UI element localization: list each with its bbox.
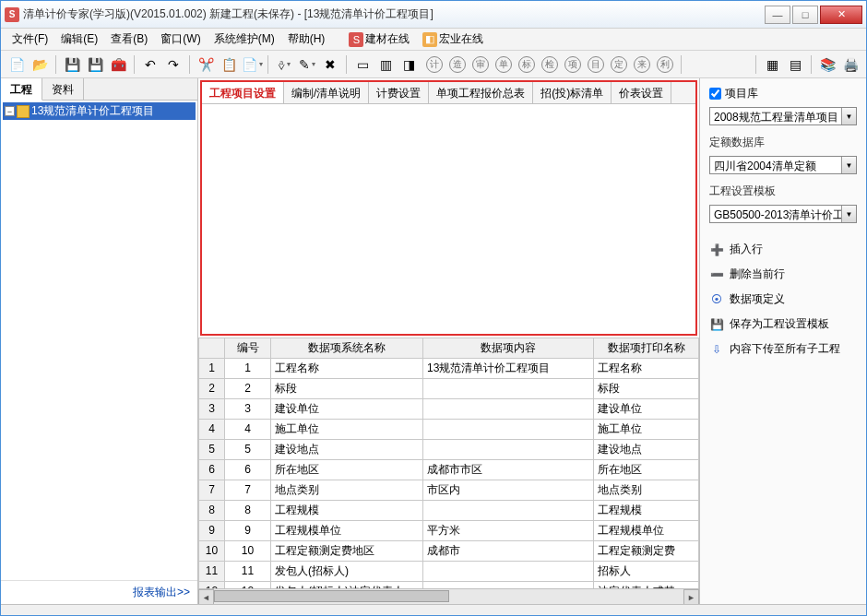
circle-btn-4[interactable]: 标 (517, 54, 537, 75)
menu-edit[interactable]: 编辑(E) (55, 30, 103, 49)
cell-printname[interactable]: 工程规模单位 (594, 520, 699, 540)
undo-icon[interactable]: ↶ (140, 54, 160, 75)
cell-seq[interactable]: 2 (225, 378, 271, 398)
table-row[interactable]: 2 2 标段 标段 (199, 378, 699, 398)
project-lib-combo[interactable]: 2008规范工程量清单项目▼ (709, 107, 857, 125)
cell-content[interactable]: 13规范清单计价工程项目 (423, 358, 594, 378)
cell-printname[interactable]: 地点类别 (594, 480, 699, 500)
redo-icon[interactable]: ↷ (163, 54, 184, 75)
cell-printname[interactable]: 标段 (594, 378, 699, 398)
savepkg-icon[interactable]: 🧰 (108, 54, 128, 75)
cell-sysname[interactable]: 工程定额测定费地区 (271, 540, 423, 561)
cell-sysname[interactable]: 工程规模单位 (271, 520, 423, 540)
cell-sysname[interactable]: 所在地区 (271, 459, 423, 480)
tab-compile-desc[interactable]: 编制/清单说明 (284, 82, 369, 103)
cell-seq[interactable]: 6 (225, 459, 271, 480)
cell-seq[interactable]: 4 (225, 419, 271, 439)
panel3-icon[interactable]: ◨ (398, 54, 419, 75)
print-icon[interactable]: 🖨️ (840, 54, 861, 75)
cell-sysname[interactable]: 建设单位 (271, 398, 423, 419)
cell-seq[interactable]: 11 (225, 561, 271, 581)
cell-sysname[interactable]: 工程名称 (271, 358, 423, 378)
table-row[interactable]: 3 3 建设单位 建设单位 (199, 398, 699, 419)
new-icon[interactable]: 📄 (6, 54, 27, 75)
cell-content[interactable]: 成都市 (423, 540, 594, 561)
cell-content[interactable] (423, 378, 594, 398)
table-row[interactable]: 12 12 发包人(招标人)法定代表人 法定代表人或其 (199, 581, 699, 588)
tab-fee-setting[interactable]: 计费设置 (369, 82, 429, 103)
cell-seq[interactable]: 9 (225, 520, 271, 540)
break-icon[interactable]: ✎ (297, 54, 317, 75)
table-row[interactable]: 1 1 工程名称 13规范清单计价工程项目 工程名称 (199, 358, 699, 378)
cell-sysname[interactable]: 工程规模 (271, 500, 423, 520)
circle-btn-1[interactable]: 造 (447, 54, 468, 75)
action-propagate-children[interactable]: ⇩内容下传至所有子工程 (709, 341, 857, 357)
row-header[interactable]: 2 (199, 378, 225, 398)
action-insert-row[interactable]: ➕插入行 (709, 242, 857, 257)
link-hongye[interactable]: ◧宏业在线 (417, 30, 489, 49)
menu-view[interactable]: 查看(B) (105, 30, 153, 49)
cell-printname[interactable]: 建设地点 (594, 439, 699, 459)
row-header[interactable]: 10 (199, 540, 225, 561)
cell-printname[interactable]: 工程规模 (594, 500, 699, 520)
table-row[interactable]: 5 5 建设地点 建设地点 (199, 439, 699, 459)
row-header[interactable]: 5 (199, 439, 225, 459)
cell-content[interactable]: 成都市市区 (423, 459, 594, 480)
panel1-icon[interactable]: ▭ (352, 54, 373, 75)
circle-btn-0[interactable]: 计 (424, 54, 445, 75)
cell-content[interactable] (423, 439, 594, 459)
col-printname[interactable]: 数据项打印名称 (594, 338, 699, 358)
cell-seq[interactable]: 12 (225, 581, 271, 588)
table-row[interactable]: 11 11 发包人(招标人) 招标人 (199, 561, 699, 581)
data-grid[interactable]: 编号 数据项系统名称 数据项内容 数据项打印名称 1 1 工程名称 13规范清单… (198, 338, 699, 589)
row-header[interactable]: 11 (199, 561, 225, 581)
minimize-button[interactable]: — (765, 6, 790, 24)
insert-icon[interactable]: ⎀ (274, 54, 294, 75)
table-row[interactable]: 10 10 工程定额测定费地区 成都市 工程定额测定费 (199, 540, 699, 561)
close-button[interactable]: ✕ (820, 6, 862, 24)
row-header[interactable]: 9 (199, 520, 225, 540)
horizontal-scrollbar[interactable]: ◄ ► (198, 588, 699, 604)
cell-sysname[interactable]: 发包人(招标人) (271, 561, 423, 581)
cell-printname[interactable]: 所在地区 (594, 459, 699, 480)
row-header[interactable]: 1 (199, 358, 225, 378)
project-lib-checkbox[interactable] (709, 88, 721, 100)
menu-help[interactable]: 帮助(H) (282, 30, 331, 49)
saveall-icon[interactable]: 💾 (85, 54, 105, 75)
cell-printname[interactable]: 施工单位 (594, 419, 699, 439)
cell-seq[interactable]: 10 (225, 540, 271, 561)
quota-db-combo[interactable]: 四川省2004清单定额▼ (709, 156, 857, 174)
cell-seq[interactable]: 3 (225, 398, 271, 419)
cell-printname[interactable]: 招标人 (594, 561, 699, 581)
cell-seq[interactable]: 1 (225, 358, 271, 378)
cell-content[interactable] (423, 419, 594, 439)
chevron-down-icon[interactable]: ▼ (841, 157, 856, 173)
grid1-icon[interactable]: ▦ (762, 54, 782, 75)
paste-icon[interactable]: 📄 (242, 54, 262, 75)
scroll-left-icon[interactable]: ◄ (198, 589, 214, 604)
chevron-down-icon[interactable]: ▼ (841, 206, 856, 222)
circle-btn-3[interactable]: 单 (493, 54, 514, 75)
cell-printname[interactable]: 工程定额测定费 (594, 540, 699, 561)
table-row[interactable]: 6 6 所在地区 成都市市区 所在地区 (199, 459, 699, 480)
menu-file[interactable]: 文件(F) (6, 30, 53, 49)
copy-icon[interactable]: 📋 (219, 54, 239, 75)
scroll-thumb[interactable] (214, 590, 449, 602)
template-combo[interactable]: GB50500-2013清单计价工▼ (709, 205, 857, 223)
panel2-icon[interactable]: ▥ (375, 54, 396, 75)
circle-btn-10[interactable]: 利 (655, 54, 675, 75)
row-header[interactable]: 3 (199, 398, 225, 419)
menu-sysmaint[interactable]: 系统维护(M) (208, 30, 280, 49)
circle-btn-8[interactable]: 定 (609, 54, 629, 75)
tab-material[interactable]: 资料 (42, 78, 84, 100)
row-header[interactable]: 12 (199, 581, 225, 588)
cell-seq[interactable]: 5 (225, 439, 271, 459)
cell-content[interactable]: 市区内 (423, 480, 594, 500)
cell-content[interactable] (423, 581, 594, 588)
cell-seq[interactable]: 7 (225, 480, 271, 500)
delete-icon[interactable]: ✖ (320, 54, 340, 75)
col-content[interactable]: 数据项内容 (423, 338, 594, 358)
col-seq[interactable]: 编号 (225, 338, 271, 358)
tab-proj-setting[interactable]: 工程项目设置 (202, 82, 284, 103)
cell-sysname[interactable]: 发包人(招标人)法定代表人 (271, 581, 423, 588)
